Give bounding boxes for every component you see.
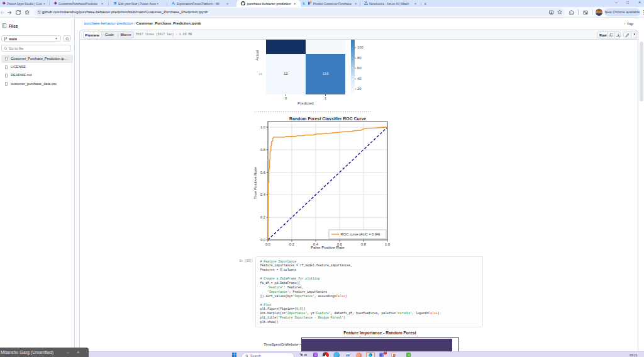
svg-text:ROC curve (AUC = 0.94): ROC curve (AUC = 0.94) [341, 232, 380, 236]
svg-text:1.0: 1.0 [260, 125, 265, 129]
svg-text:1.0: 1.0 [385, 242, 390, 246]
svg-text:0.2: 0.2 [260, 215, 265, 219]
svg-text:0.8: 0.8 [361, 242, 366, 246]
svg-text:Random Forest Classifier ROC C: Random Forest Classifier ROC Curve [289, 116, 366, 121]
svg-text:0.4: 0.4 [260, 193, 266, 196]
svg-text:False Positive Rate: False Positive Rate [311, 245, 345, 249]
svg-text:0.0: 0.0 [260, 238, 265, 242]
svg-text:0.0: 0.0 [265, 242, 270, 246]
svg-text:0.6: 0.6 [260, 171, 265, 174]
svg-text:True Positive Rate: True Positive Rate [253, 167, 257, 199]
svg-text:0.8: 0.8 [260, 148, 265, 152]
svg-text:0.2: 0.2 [289, 242, 294, 246]
